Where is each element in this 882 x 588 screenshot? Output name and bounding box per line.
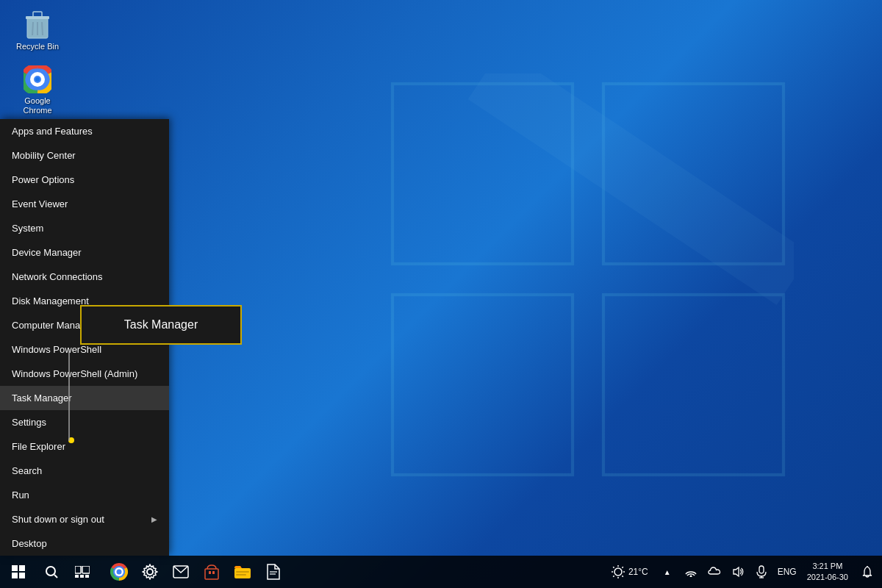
svg-point-15 — [35, 77, 40, 82]
svg-rect-7 — [33, 12, 42, 17]
svg-line-8 — [32, 22, 33, 35]
svg-line-22 — [54, 575, 57, 578]
svg-rect-33 — [205, 569, 218, 579]
svg-rect-27 — [85, 575, 89, 578]
menu-event-viewer[interactable]: Event Viewer — [0, 192, 169, 216]
clock-time: 3:21 PM — [812, 561, 842, 572]
menu-system[interactable]: System — [0, 216, 169, 240]
taskbar: 21°C ▲ — [0, 556, 882, 588]
menu-file-explorer[interactable]: File Explorer — [0, 434, 169, 459]
svg-point-21 — [46, 567, 55, 576]
taskbar-document-icon[interactable] — [259, 556, 288, 588]
systray-speaker-icon[interactable] — [728, 556, 748, 588]
svg-rect-25 — [75, 575, 79, 578]
menu-task-manager[interactable]: Task Manager — [0, 386, 169, 410]
shut-down-arrow: ▶ — [151, 515, 157, 523]
systray-cloud-icon[interactable] — [704, 556, 725, 588]
svg-rect-23 — [75, 566, 81, 573]
taskbar-chrome-icon[interactable] — [104, 556, 134, 588]
svg-rect-2 — [392, 295, 573, 475]
start-button[interactable] — [0, 556, 37, 588]
taskbar-settings-icon[interactable] — [135, 556, 165, 588]
recycle-bin-image — [23, 10, 52, 40]
svg-rect-37 — [236, 571, 249, 573]
taskbar-store-icon[interactable] — [197, 556, 226, 588]
svg-line-46 — [613, 567, 614, 567]
svg-rect-20 — [19, 573, 25, 578]
chrome-image — [23, 65, 52, 94]
menu-device-manager[interactable]: Device Manager — [0, 240, 169, 265]
svg-line-49 — [613, 576, 614, 576]
menu-search[interactable]: Search — [0, 459, 169, 483]
menu-run[interactable]: Run — [0, 483, 169, 507]
svg-rect-24 — [82, 566, 90, 573]
svg-rect-3 — [603, 295, 784, 475]
taskbar-search-button[interactable] — [37, 556, 66, 588]
svg-rect-26 — [80, 575, 84, 578]
menu-apps-features[interactable]: Apps and Features — [0, 119, 169, 143]
svg-line-4 — [485, 74, 794, 279]
menu-desktop[interactable]: Desktop — [0, 531, 169, 556]
task-manager-tooltip: Task Manager — [80, 305, 242, 345]
svg-marker-51 — [734, 567, 739, 576]
svg-line-47 — [622, 576, 623, 576]
systray-chevron-up[interactable]: ▲ — [657, 556, 678, 588]
google-chrome-icon[interactable]: Google Chrome — [11, 62, 64, 118]
taskbar-mail-icon[interactable] — [166, 556, 196, 588]
systray-network-icon[interactable] — [681, 556, 701, 588]
taskbar-system-tray: 21°C ▲ — [605, 556, 882, 588]
svg-line-48 — [622, 567, 623, 567]
svg-rect-18 — [19, 565, 25, 571]
notification-button[interactable] — [856, 556, 879, 588]
svg-point-41 — [614, 568, 622, 576]
svg-point-31 — [147, 569, 153, 575]
svg-line-10 — [42, 22, 43, 35]
menu-windows-powershell-admin[interactable]: Windows PowerShell (Admin) — [0, 362, 169, 386]
menu-settings[interactable]: Settings — [0, 410, 169, 434]
system-clock[interactable]: 3:21 PM 2021-06-30 — [803, 561, 853, 584]
svg-rect-35 — [212, 571, 215, 574]
systray-mic-icon[interactable] — [751, 556, 772, 588]
svg-point-50 — [689, 576, 692, 578]
svg-rect-52 — [759, 566, 764, 573]
weather-temp: 21°C — [628, 567, 648, 577]
recycle-bin-label: Recycle Bin — [16, 42, 59, 51]
desktop: Recycle Bin Google Chrome — [0, 0, 882, 588]
windows-logo-watermark — [382, 74, 794, 485]
svg-rect-19 — [12, 573, 18, 578]
menu-power-options[interactable]: Power Options — [0, 168, 169, 192]
recycle-bin-icon[interactable]: Recycle Bin — [11, 7, 64, 54]
weather-widget[interactable]: 21°C — [605, 564, 654, 579]
menu-shut-down[interactable]: Shut down or sign out ▶ — [0, 507, 169, 531]
menu-mobility-center[interactable]: Mobility Center — [0, 143, 169, 168]
svg-rect-34 — [209, 571, 211, 574]
task-manager-tooltip-label: Task Manager — [124, 318, 198, 331]
task-manager-indicator-dot — [68, 437, 74, 443]
language-indicator[interactable]: ENG — [775, 567, 800, 577]
svg-rect-36 — [234, 568, 251, 578]
chrome-label: Google Chrome — [14, 96, 61, 115]
taskbar-task-view-button[interactable] — [66, 556, 98, 588]
taskbar-file-explorer-icon[interactable] — [228, 556, 257, 588]
svg-rect-38 — [236, 574, 246, 576]
taskbar-pinned-icons — [98, 556, 605, 588]
svg-point-30 — [117, 570, 122, 575]
svg-rect-17 — [12, 565, 18, 571]
menu-network-connections[interactable]: Network Connections — [0, 265, 169, 289]
clock-date: 2021-06-30 — [807, 572, 848, 583]
